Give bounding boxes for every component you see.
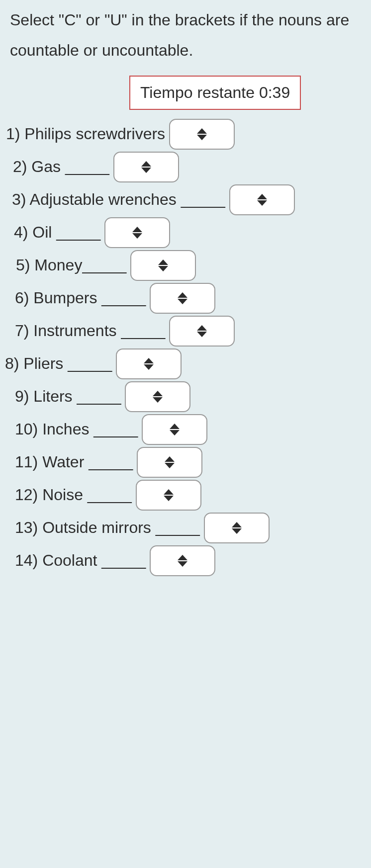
- question-row: 5) Money_____: [5, 250, 371, 281]
- select-q14[interactable]: [150, 545, 215, 576]
- question-row: 4) Oil _____: [5, 217, 371, 248]
- question-label: 13) Outside mirrors _____: [15, 519, 202, 537]
- chevron-updown-icon: [165, 456, 175, 468]
- select-q6[interactable]: [150, 283, 215, 314]
- question-row: 12) Noise _____: [5, 480, 371, 511]
- select-q8[interactable]: [116, 348, 182, 379]
- question-row: 11) Water _____: [5, 447, 371, 478]
- question-label: 3) Adjustable wrenches _____: [12, 190, 227, 209]
- chevron-updown-icon: [158, 260, 168, 271]
- question-label: 12) Noise _____: [15, 486, 134, 504]
- question-label: 14) Coolant _____: [15, 551, 148, 570]
- timer-label: Tiempo restante: [140, 84, 255, 101]
- chevron-updown-icon: [170, 424, 180, 435]
- chevron-updown-icon: [257, 194, 267, 206]
- question-row: 8) Pliers _____: [5, 348, 371, 379]
- chevron-updown-icon: [197, 325, 207, 337]
- question-label: 10) Inches _____: [15, 420, 140, 438]
- select-q11[interactable]: [137, 447, 202, 478]
- question-label: 11) Water _____: [15, 453, 135, 471]
- question-label: 4) Oil _____: [14, 223, 102, 242]
- question-row: 6) Bumpers _____: [5, 283, 371, 314]
- chevron-updown-icon: [144, 358, 154, 370]
- chevron-updown-icon: [153, 391, 163, 403]
- question-label: 6) Bumpers _____: [15, 289, 148, 307]
- question-label: 5) Money_____: [16, 256, 128, 274]
- select-q12[interactable]: [136, 480, 201, 511]
- select-q7[interactable]: [169, 316, 235, 347]
- instructions-text: Select "C" or "U" in the brackets if the…: [5, 5, 371, 76]
- question-row: 2) Gas _____: [5, 152, 371, 182]
- chevron-updown-icon: [197, 128, 207, 140]
- question-row: 13) Outside mirrors _____: [5, 513, 371, 543]
- chevron-updown-icon: [141, 161, 151, 173]
- select-q2[interactable]: [113, 152, 179, 182]
- question-label: 8) Pliers _____: [5, 354, 114, 373]
- select-q10[interactable]: [142, 414, 207, 445]
- question-row: 1) Philips screwdrivers: [5, 119, 371, 150]
- question-label: 7) Instruments _____: [15, 322, 167, 340]
- select-q5[interactable]: [130, 250, 196, 281]
- timer-value: 0:39: [259, 84, 290, 101]
- questions-list: 1) Philips screwdrivers 2) Gas _____ 3) …: [5, 119, 371, 576]
- chevron-updown-icon: [178, 292, 187, 304]
- select-q13[interactable]: [204, 513, 270, 543]
- timer-box: Tiempo restante 0:39: [129, 76, 301, 110]
- question-row: 9) Liters _____: [5, 381, 371, 412]
- chevron-updown-icon: [132, 227, 142, 239]
- select-q4[interactable]: [104, 217, 170, 248]
- question-row: 3) Adjustable wrenches _____: [5, 184, 371, 215]
- chevron-updown-icon: [178, 555, 187, 567]
- question-label: 9) Liters _____: [15, 387, 123, 406]
- select-q9[interactable]: [125, 381, 190, 412]
- select-q3[interactable]: [229, 184, 295, 215]
- question-row: 7) Instruments _____: [5, 316, 371, 347]
- select-q1[interactable]: [169, 119, 235, 150]
- question-label: 2) Gas _____: [13, 158, 111, 176]
- question-row: 14) Coolant _____: [5, 545, 371, 576]
- chevron-updown-icon: [232, 522, 242, 534]
- question-row: 10) Inches _____: [5, 414, 371, 445]
- question-label: 1) Philips screwdrivers: [6, 125, 167, 143]
- chevron-updown-icon: [164, 489, 174, 501]
